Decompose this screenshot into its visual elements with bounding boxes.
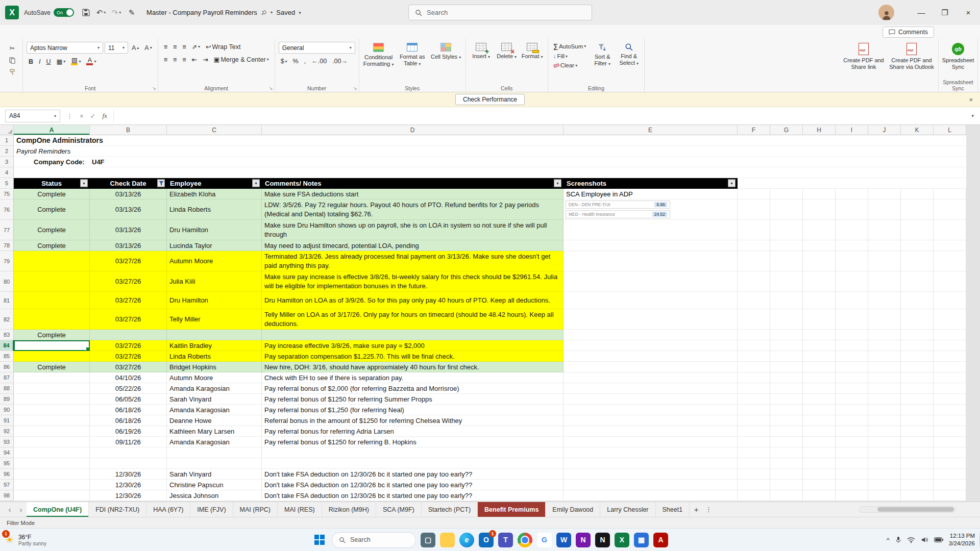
new-sheet-button[interactable]: + — [690, 502, 703, 517]
cell-B85[interactable]: 03/27/26 — [90, 351, 167, 362]
cell-B78[interactable]: 03/13/26 — [90, 240, 167, 251]
cell-A85[interactable] — [14, 351, 90, 362]
cell-E82[interactable] — [564, 309, 738, 330]
cell-D92[interactable]: Pay referral bonus for referring Adria L… — [262, 426, 564, 437]
column-header-B[interactable]: B — [90, 125, 167, 135]
decrease-indent-button[interactable]: ⇤ — [190, 55, 199, 64]
font-name-select[interactable]: Aptos Narrow▾ — [27, 42, 103, 54]
cell-C75[interactable]: Elizabeth Kloha — [167, 189, 262, 199]
conditional-formatting-button[interactable]: Conditional Formatting ▾ — [362, 40, 395, 84]
cell-B94[interactable] — [90, 447, 167, 458]
row-header-90[interactable]: 90 — [0, 405, 14, 415]
sheet-tab-ime-fjv-[interactable]: IME (FJV) — [190, 502, 233, 517]
cell-E85[interactable] — [564, 351, 738, 362]
cancel-entry-icon[interactable]: × — [80, 112, 84, 120]
cell-E89[interactable] — [564, 394, 738, 405]
cell-C76[interactable]: Linda Roberts — [167, 199, 262, 220]
cell-D91[interactable]: Referral bonus in the amount of $1250 fo… — [262, 415, 564, 426]
cell-B76[interactable]: 03/13/26 — [90, 199, 167, 220]
cell-A89[interactable] — [14, 394, 90, 405]
insert-cells-button[interactable]: Insert ▾ — [469, 40, 494, 84]
volume-icon[interactable] — [921, 537, 928, 543]
cell-E86[interactable] — [564, 362, 738, 372]
cell-A76[interactable]: Complete — [14, 199, 90, 220]
cell-B95[interactable] — [90, 458, 167, 469]
cell-D97[interactable]: Don't take FSA deduction on 12/30/26 bc … — [262, 480, 564, 490]
cell-B86[interactable]: 03/27/26 — [90, 362, 167, 372]
cell-B87[interactable]: 04/10/26 — [90, 372, 167, 383]
cell-A83[interactable]: Complete — [14, 330, 90, 340]
sheet-tab-fdi-nr2-txu-[interactable]: FDI (NR2-TXU) — [89, 502, 146, 517]
cell-C85[interactable]: Linda Roberts — [167, 351, 262, 362]
cell-E97[interactable] — [564, 480, 738, 490]
row-header-96[interactable]: 96 — [0, 469, 14, 480]
cell-D95[interactable] — [262, 458, 564, 469]
delete-cells-button[interactable]: Delete ▾ — [495, 40, 519, 84]
hidden-icons-chevron-icon[interactable]: ^ — [887, 536, 890, 544]
taskbar-file-explorer-icon[interactable] — [440, 533, 455, 547]
cell-D83[interactable] — [262, 330, 564, 340]
row-2-text[interactable]: Payroll Reminders — [14, 146, 966, 157]
row-3-text[interactable]: Company Code:U4F — [14, 157, 966, 167]
cell-A77[interactable]: Complete — [14, 220, 90, 240]
cell-C79[interactable]: Autumn Moore — [167, 251, 262, 271]
taskbar-search[interactable]: Search — [332, 532, 416, 548]
cell-E83[interactable] — [564, 330, 738, 340]
font-dialog-launcher[interactable]: ↘ — [152, 86, 156, 91]
row-header-77[interactable]: 77 — [0, 220, 14, 240]
cell-E84[interactable] — [564, 340, 738, 351]
search-bar[interactable]: Search — [408, 5, 592, 20]
cell-C89[interactable]: Sarah Vinyard — [167, 394, 262, 405]
cell-C97[interactable]: Christine Papscun — [167, 480, 262, 490]
cell-E79[interactable] — [564, 251, 738, 271]
cell-A93[interactable] — [14, 437, 90, 447]
find-select-button[interactable]: Find & Select ▾ — [617, 40, 641, 84]
row-header-84[interactable]: 84 — [0, 340, 14, 351]
cell-E81[interactable] — [564, 292, 738, 309]
cell-styles-button[interactable]: Cell Styles ▾ — [430, 40, 462, 84]
merge-center-button[interactable]: ▣Merge & Center▾ — [212, 55, 271, 64]
cell-B97[interactable]: 12/30/26 — [90, 480, 167, 490]
orientation-button[interactable]: ⇗▾ — [190, 42, 203, 52]
filter-dropdown-button[interactable]: ▾ — [252, 180, 260, 187]
cell-D90[interactable]: Pay referral bonus of $1,250 (for referr… — [262, 405, 564, 415]
cell-B96[interactable]: 12/30/26 — [90, 469, 167, 480]
minimize-button[interactable]: — — [910, 0, 933, 25]
cell-E90[interactable] — [564, 405, 738, 415]
bold-button[interactable]: B — [27, 57, 35, 66]
cell-E92[interactable] — [564, 426, 738, 437]
name-box[interactable]: A84▾ — [5, 110, 60, 122]
filter-dropdown-button[interactable]: ▾ — [554, 180, 561, 187]
start-button[interactable] — [312, 532, 327, 547]
alignment-dialog-launcher[interactable]: ↘ — [269, 86, 273, 91]
cell-D86[interactable]: New hire, DOH: 3/16, should have approxm… — [262, 362, 564, 372]
align-right-icon[interactable]: ≡ — [180, 55, 188, 64]
row-header-86[interactable]: 86 — [0, 362, 14, 372]
horizontal-scrollbar[interactable] — [859, 506, 955, 513]
row-1-text[interactable]: CompOne Administrators — [14, 135, 966, 146]
cell-A78[interactable]: Complete — [14, 240, 90, 251]
row-header-76[interactable]: 76 — [0, 199, 14, 220]
autosum-button[interactable]: ∑AutoSum▾ — [551, 41, 589, 51]
taskbar-clock[interactable]: 12:13 PM 3/24/2026 — [949, 532, 975, 547]
format-painter-icon[interactable] — [7, 68, 17, 77]
column-header-I[interactable]: I — [836, 125, 868, 135]
spreadsheet-sync-button[interactable]: qb Spreadsheet Sync — [942, 40, 974, 84]
cell-C77[interactable]: Dru Hamilton — [167, 220, 262, 240]
cell-B88[interactable]: 05/22/26 — [90, 383, 167, 394]
cell-C96[interactable]: Sarah Vinyard — [167, 469, 262, 480]
create-pdf-share-link-button[interactable]: Create PDF and Share link — [840, 40, 887, 84]
column-header-H[interactable]: H — [803, 125, 836, 135]
select-all-button[interactable] — [0, 125, 14, 135]
cell-C88[interactable]: Amanda Karagosian — [167, 383, 262, 394]
taskbar-acrobat-icon[interactable]: A — [653, 533, 668, 547]
cell-D81[interactable]: Dru Hamilton on LOA as of 3/9/26. So for… — [262, 292, 564, 309]
cell-A94[interactable] — [14, 447, 90, 458]
cell-A95[interactable] — [14, 458, 90, 469]
format-as-table-button[interactable]: Format as Table ▾ — [396, 40, 429, 84]
scrollbar-thumb[interactable] — [877, 507, 954, 512]
cell-C82[interactable]: Telly Miller — [167, 309, 262, 330]
row-header-78[interactable]: 78 — [0, 240, 14, 251]
cell-D77[interactable]: Make sure Dru Hamilton shows up on payro… — [262, 220, 564, 240]
cell-B98[interactable]: 12/30/26 — [90, 490, 167, 501]
